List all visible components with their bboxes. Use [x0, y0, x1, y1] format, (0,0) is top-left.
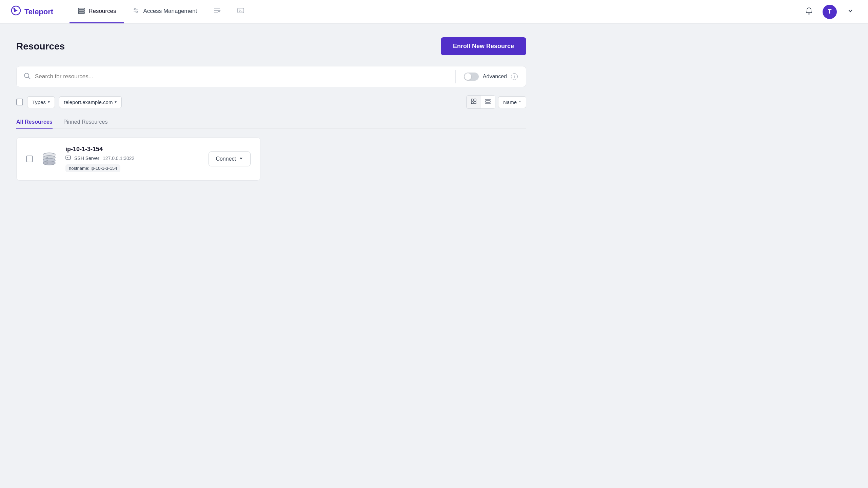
- svg-rect-18: [471, 102, 473, 104]
- advanced-label: Advanced: [483, 74, 507, 80]
- search-icon: [23, 72, 31, 81]
- chevron-down-icon: [847, 8, 853, 16]
- cluster-filter-button[interactable]: teleport.example.com ▾: [59, 96, 122, 108]
- svg-rect-12: [238, 8, 244, 13]
- ssh-server-icon: [65, 155, 71, 162]
- svg-rect-2: [78, 8, 84, 9]
- nav-item-access-management[interactable]: Access Management: [124, 0, 205, 23]
- nav-items: Resources Access Management: [70, 0, 802, 23]
- nav-item-terminal[interactable]: [229, 0, 253, 23]
- svg-rect-4: [78, 12, 84, 14]
- svg-rect-17: [474, 99, 476, 101]
- search-input-wrapper: [17, 66, 455, 87]
- svg-line-15: [28, 77, 31, 79]
- resource-tags: hostname: ip-10-1-3-154: [65, 164, 202, 172]
- resource-type-row: SSH Server 127.0.0.1:3022: [65, 155, 202, 162]
- tab-pinned-resources[interactable]: Pinned Resources: [63, 116, 108, 129]
- svg-rect-19: [474, 102, 476, 104]
- connect-button[interactable]: Connect: [209, 151, 251, 166]
- navbar: Teleport Resources Access: [0, 0, 868, 24]
- nav-access-management-label: Access Management: [143, 8, 197, 15]
- nav-item-tasks[interactable]: [205, 0, 229, 23]
- grid-icon: [471, 98, 477, 106]
- teleport-logo-icon: [11, 5, 21, 18]
- nav-chevron-button[interactable]: [844, 5, 857, 19]
- svg-point-8: [136, 11, 138, 13]
- svg-rect-33: [66, 156, 71, 159]
- types-chevron-icon: ▾: [48, 100, 50, 104]
- page-title: Resources: [16, 41, 65, 52]
- list-icon: [485, 98, 491, 106]
- svg-rect-20: [486, 99, 490, 100]
- svg-rect-21: [486, 101, 490, 102]
- nav-resources-label: Resources: [88, 8, 116, 15]
- resource-card[interactable]: ip-10-1-3-154 SSH Server 127.0.0.1:3022 …: [16, 137, 260, 181]
- cluster-chevron-icon: ▾: [115, 100, 117, 104]
- resource-address: 127.0.0.1:3022: [103, 156, 134, 161]
- resources-icon: [78, 7, 85, 16]
- svg-point-30: [46, 157, 48, 158]
- resource-icon: [40, 149, 59, 168]
- tab-all-resources[interactable]: All Resources: [16, 116, 53, 129]
- terminal-icon: [237, 7, 244, 16]
- grid-view-button[interactable]: [467, 96, 481, 108]
- select-all-checkbox[interactable]: [16, 99, 23, 105]
- svg-point-29: [43, 161, 55, 165]
- types-filter-button[interactable]: Types ▾: [27, 96, 55, 108]
- cluster-filter-label: teleport.example.com: [64, 99, 113, 105]
- info-icon[interactable]: i: [511, 73, 518, 80]
- svg-point-32: [46, 162, 48, 164]
- advanced-toggle[interactable]: [464, 73, 479, 81]
- view-toggle-group: [466, 95, 495, 109]
- svg-rect-3: [78, 10, 84, 12]
- logo-text: Teleport: [24, 7, 53, 16]
- avatar-letter: T: [828, 8, 832, 15]
- resource-name: ip-10-1-3-154: [65, 146, 202, 153]
- types-filter-label: Types: [32, 99, 46, 105]
- svg-rect-16: [471, 99, 473, 101]
- access-management-icon: [132, 7, 140, 16]
- main-content: Resources Enroll New Resource Advanced i: [0, 24, 542, 194]
- connect-chevron-icon: [239, 156, 243, 162]
- sort-button[interactable]: Name ↑: [498, 96, 526, 108]
- resource-tag: hostname: ip-10-1-3-154: [65, 164, 120, 172]
- logo[interactable]: Teleport: [11, 5, 53, 18]
- bell-button[interactable]: [802, 5, 816, 19]
- sort-label: Name: [503, 99, 517, 105]
- sort-arrow-icon: ↑: [519, 99, 521, 105]
- connect-label: Connect: [216, 156, 236, 162]
- resource-type: SSH Server: [74, 156, 99, 161]
- filters-left: Types ▾ teleport.example.com ▾: [16, 96, 122, 108]
- page-header: Resources Enroll New Resource: [16, 37, 526, 55]
- search-section: Advanced i: [16, 66, 526, 87]
- resource-info: ip-10-1-3-154 SSH Server 127.0.0.1:3022 …: [65, 146, 202, 172]
- resource-checkbox[interactable]: [26, 156, 33, 162]
- svg-point-31: [46, 160, 48, 161]
- tasks-icon: [213, 7, 221, 16]
- enroll-new-resource-button[interactable]: Enroll New Resource: [441, 37, 526, 55]
- svg-point-1: [14, 8, 15, 10]
- search-input[interactable]: [35, 66, 449, 87]
- list-view-button[interactable]: [481, 96, 495, 108]
- search-advanced-section: Advanced i: [456, 73, 526, 81]
- filters-row: Types ▾ teleport.example.com ▾: [16, 95, 526, 109]
- avatar[interactable]: T: [823, 5, 837, 19]
- svg-point-6: [135, 8, 136, 10]
- svg-rect-22: [486, 103, 490, 104]
- bell-icon: [805, 7, 813, 17]
- tabs-row: All Resources Pinned Resources: [16, 116, 526, 129]
- filters-right: Name ↑: [466, 95, 526, 109]
- nav-right: T: [802, 5, 857, 19]
- toggle-knob: [465, 73, 471, 80]
- nav-item-resources[interactable]: Resources: [70, 0, 124, 23]
